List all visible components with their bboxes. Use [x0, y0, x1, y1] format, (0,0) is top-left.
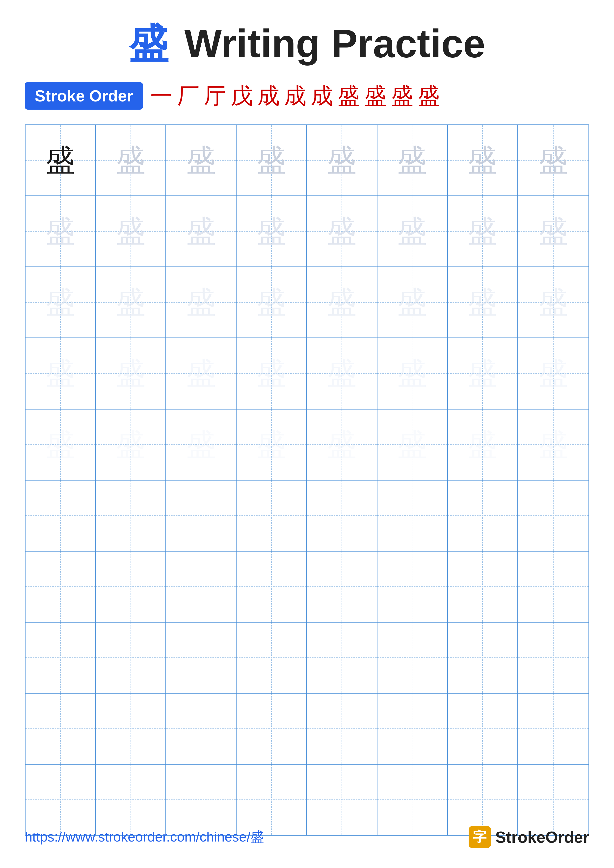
grid-cell[interactable]	[236, 480, 307, 551]
grid-cell[interactable]: 盛	[378, 267, 448, 338]
grid-cell[interactable]	[236, 694, 307, 764]
grid-row-8	[25, 623, 589, 694]
title-chinese-char: 盛	[129, 21, 168, 65]
grid-cell[interactable]: 盛	[518, 338, 589, 409]
grid-cell[interactable]	[236, 623, 307, 693]
grid-cell[interactable]: 盛	[448, 338, 518, 409]
practice-char: 盛	[45, 358, 75, 388]
stroke-order-badge: Stroke Order	[25, 82, 143, 110]
grid-row-1: 盛 盛 盛 盛 盛 盛 盛 盛	[25, 125, 589, 196]
grid-cell[interactable]: 盛	[166, 125, 236, 195]
grid-cell[interactable]	[96, 552, 166, 622]
grid-cell[interactable]: 盛	[518, 267, 589, 338]
footer-logo: 字 StrokeOrder	[469, 826, 589, 848]
grid-cell[interactable]: 盛	[307, 196, 378, 267]
grid-cell[interactable]: 盛	[448, 196, 518, 267]
grid-cell[interactable]	[236, 552, 307, 622]
grid-cell[interactable]: 盛	[307, 409, 378, 480]
grid-cell[interactable]	[236, 764, 307, 835]
grid-cell[interactable]	[307, 694, 378, 764]
grid-cell[interactable]	[378, 623, 448, 693]
grid-cell[interactable]	[518, 694, 589, 764]
grid-cell[interactable]: 盛	[518, 196, 589, 267]
grid-cell[interactable]	[518, 764, 589, 835]
grid-cell[interactable]	[96, 480, 166, 551]
grid-cell[interactable]: 盛	[96, 409, 166, 480]
grid-cell[interactable]: 盛	[96, 125, 166, 195]
practice-char: 盛	[538, 358, 568, 388]
grid-cell[interactable]	[448, 764, 518, 835]
grid-cell[interactable]	[25, 764, 96, 835]
grid-cell[interactable]: 盛	[448, 267, 518, 338]
grid-cell[interactable]	[448, 694, 518, 764]
grid-cell[interactable]	[378, 480, 448, 551]
grid-cell[interactable]	[96, 694, 166, 764]
grid-cell[interactable]	[448, 623, 518, 693]
grid-cell[interactable]: 盛	[166, 338, 236, 409]
grid-cell[interactable]	[25, 480, 96, 551]
footer-url[interactable]: https://www.strokeorder.com/chinese/盛	[25, 828, 264, 846]
grid-cell[interactable]	[518, 552, 589, 622]
stroke-order-chars: 一 厂 厅 戊 成 成 成 盛 盛 盛 盛	[150, 85, 440, 107]
grid-cell[interactable]	[518, 623, 589, 693]
practice-char: 盛	[256, 146, 286, 175]
stroke-3: 厅	[204, 85, 226, 107]
grid-cell[interactable]: 盛	[25, 196, 96, 267]
grid-cell[interactable]	[25, 623, 96, 693]
grid-cell[interactable]	[166, 694, 236, 764]
grid-cell[interactable]	[25, 552, 96, 622]
grid-cell[interactable]: 盛	[96, 196, 166, 267]
grid-cell[interactable]: 盛	[378, 196, 448, 267]
grid-cell[interactable]: 盛	[96, 267, 166, 338]
grid-cell[interactable]	[96, 764, 166, 835]
grid-cell[interactable]: 盛	[518, 409, 589, 480]
grid-cell[interactable]: 盛	[236, 338, 307, 409]
grid-cell[interactable]	[166, 764, 236, 835]
grid-cell[interactable]: 盛	[25, 409, 96, 480]
grid-cell[interactable]: 盛	[25, 338, 96, 409]
grid-cell[interactable]: 盛	[518, 125, 589, 195]
grid-cell[interactable]: 盛	[96, 338, 166, 409]
practice-char: 盛	[45, 288, 75, 317]
practice-grid: 盛 盛 盛 盛 盛 盛 盛 盛	[25, 124, 589, 835]
grid-cell[interactable]: 盛	[166, 196, 236, 267]
grid-cell[interactable]	[25, 694, 96, 764]
grid-cell[interactable]: 盛	[25, 125, 96, 195]
grid-cell[interactable]	[307, 480, 378, 551]
grid-cell[interactable]	[378, 694, 448, 764]
practice-char: 盛	[256, 288, 286, 317]
grid-cell[interactable]: 盛	[236, 196, 307, 267]
grid-cell[interactable]	[307, 552, 378, 622]
grid-cell[interactable]	[518, 480, 589, 551]
grid-row-5: 盛 盛 盛 盛 盛 盛 盛 盛	[25, 409, 589, 480]
grid-cell[interactable]: 盛	[448, 409, 518, 480]
practice-char: 盛	[256, 217, 286, 246]
grid-cell[interactable]: 盛	[307, 267, 378, 338]
grid-cell[interactable]	[448, 552, 518, 622]
grid-cell[interactable]	[378, 764, 448, 835]
practice-char: 盛	[327, 288, 357, 317]
grid-cell[interactable]	[166, 480, 236, 551]
grid-cell[interactable]: 盛	[236, 267, 307, 338]
grid-cell[interactable]: 盛	[25, 267, 96, 338]
grid-cell[interactable]: 盛	[378, 338, 448, 409]
grid-cell[interactable]: 盛	[378, 125, 448, 195]
grid-cell[interactable]: 盛	[448, 125, 518, 195]
practice-char: 盛	[186, 430, 216, 459]
grid-cell[interactable]	[448, 480, 518, 551]
grid-cell[interactable]	[166, 552, 236, 622]
grid-cell[interactable]: 盛	[166, 409, 236, 480]
grid-cell[interactable]	[166, 623, 236, 693]
grid-cell[interactable]: 盛	[236, 409, 307, 480]
grid-cell[interactable]: 盛	[307, 338, 378, 409]
grid-cell[interactable]	[96, 623, 166, 693]
grid-cell[interactable]	[378, 552, 448, 622]
practice-char: 盛	[397, 288, 427, 317]
grid-cell[interactable]	[307, 623, 378, 693]
grid-cell[interactable]: 盛	[166, 267, 236, 338]
stroke-9: 盛	[364, 85, 387, 107]
grid-cell[interactable]	[307, 764, 378, 835]
grid-cell[interactable]: 盛	[378, 409, 448, 480]
grid-cell[interactable]: 盛	[307, 125, 378, 195]
grid-cell[interactable]: 盛	[236, 125, 307, 195]
